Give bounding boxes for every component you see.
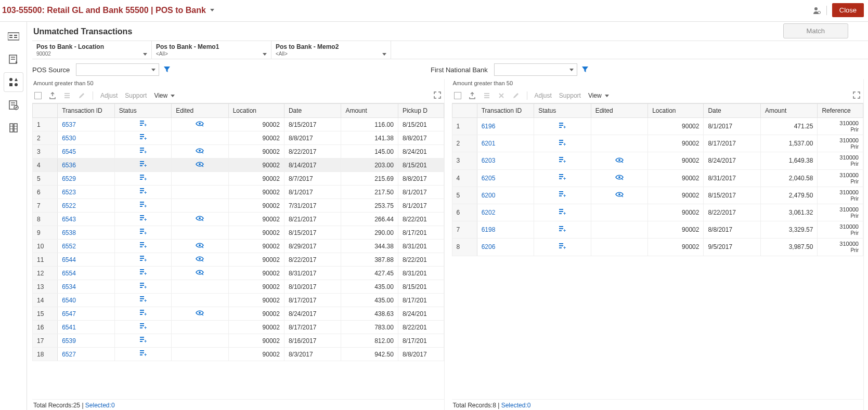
close-button[interactable]: Close [832, 3, 864, 17]
status-cell[interactable]: + [114, 226, 171, 240]
export-icon[interactable] [49, 92, 56, 99]
table-row[interactable]: 76198+900028/8/20173,329.57310000Prir [452, 221, 863, 239]
status-cell[interactable]: + [534, 187, 591, 204]
chevron-down-icon[interactable] [210, 9, 214, 11]
transaction-id-link[interactable]: 6206 [477, 239, 534, 256]
left-grid[interactable]: Transaction IDStatusEditedLocationDateAm… [32, 103, 444, 392]
table-row[interactable]: 96538+900028/15/2017290.008/17/201 [33, 226, 444, 240]
chevron-down-icon[interactable] [263, 53, 267, 56]
status-cell[interactable]: + [114, 267, 171, 280]
status-cell[interactable]: + [534, 239, 591, 256]
col-header[interactable]: Amount [760, 104, 817, 118]
rail-icon-1[interactable] [4, 27, 23, 46]
transaction-id-link[interactable]: 6544 [58, 253, 114, 267]
transaction-id-link[interactable]: 6552 [58, 240, 114, 253]
table-row[interactable]: 156547+900028/24/2017438.638/24/201 [33, 307, 444, 321]
transaction-id-link[interactable]: 6538 [58, 226, 114, 240]
expand-icon[interactable] [434, 91, 441, 99]
status-cell[interactable]: + [114, 118, 171, 131]
transaction-id-link[interactable]: 6196 [477, 118, 534, 135]
status-cell[interactable]: + [114, 307, 171, 321]
status-cell[interactable]: + [534, 204, 591, 221]
col-header[interactable]: Edited [172, 104, 228, 118]
transaction-id-link[interactable]: 6537 [58, 118, 114, 131]
view-menu[interactable]: View [588, 92, 609, 99]
transaction-id-link[interactable]: 6529 [58, 172, 114, 186]
transaction-id-link[interactable]: 6541 [58, 321, 114, 334]
table-row[interactable]: 136534+900028/10/2017435.008/15/201 [33, 280, 444, 294]
pos-source-select[interactable] [76, 63, 159, 76]
status-cell[interactable]: + [114, 280, 171, 294]
col-header[interactable]: Pickup D [398, 104, 444, 118]
col-header[interactable]: Location [228, 104, 284, 118]
bank-source-select[interactable] [494, 63, 577, 76]
table-row[interactable]: 56529+900028/7/2017215.698/8/2017 [33, 172, 444, 186]
select-all-checkbox[interactable] [34, 92, 42, 99]
status-cell[interactable]: + [114, 348, 171, 361]
col-header[interactable]: Amount [341, 104, 398, 118]
transaction-id-link[interactable]: 6523 [58, 186, 114, 199]
col-header[interactable]: Location [648, 104, 704, 118]
table-row[interactable]: 36545+900028/22/2017145.008/24/201 [33, 145, 444, 158]
table-row[interactable]: 176539+900028/16/2017812.008/17/201 [33, 334, 444, 348]
table-row[interactable]: 16196+900028/1/2017471.25310000Prir [452, 118, 863, 135]
right-grid[interactable]: Transaction IDStatusEditedLocationDateAm… [452, 103, 864, 392]
transaction-id-link[interactable]: 6202 [477, 204, 534, 221]
status-cell[interactable]: + [114, 145, 171, 158]
col-header[interactable]: Reference [818, 104, 863, 118]
col-header[interactable]: Transaction ID [477, 104, 534, 118]
table-row[interactable]: 26530+900028/8/2017141.388/8/2017 [33, 131, 444, 145]
table-row[interactable]: 36203+900028/24/20171,649.38310000Prir [452, 152, 863, 169]
col-header[interactable]: Transaction ID [58, 104, 114, 118]
transaction-id-link[interactable]: 6554 [58, 267, 114, 280]
view-menu[interactable]: View [154, 92, 175, 99]
table-row[interactable]: 66202+900028/22/20173,061.32310000Prir [452, 204, 863, 221]
col-header[interactable]: Status [534, 104, 591, 118]
rail-icon-3-active[interactable] [4, 73, 23, 91]
table-row[interactable]: 76522+900027/31/2017253.758/1/2017 [33, 199, 444, 213]
right-hscroll[interactable] [452, 392, 864, 399]
filter-icon[interactable] [581, 66, 589, 73]
page-breadcrumb[interactable]: 103-55500: Retail GL and Bank 55500 | PO… [2, 6, 206, 15]
table-row[interactable]: 16537+900028/15/2017116.008/15/201 [33, 118, 444, 131]
match-button[interactable]: Match [783, 23, 848, 38]
table-row[interactable]: 116544+900028/22/2017387.888/22/201 [33, 253, 444, 267]
status-cell[interactable]: + [114, 240, 171, 253]
status-cell[interactable]: + [114, 334, 171, 348]
status-cell[interactable]: + [114, 172, 171, 186]
filter-memo1[interactable]: Pos to Bank - Memo1 <All> [152, 41, 271, 59]
transaction-id-link[interactable]: 6545 [58, 145, 114, 158]
col-header[interactable]: Edited [591, 104, 647, 118]
transaction-id-link[interactable]: 6201 [477, 135, 534, 152]
adjust-button[interactable]: Adjust [100, 92, 118, 99]
table-row[interactable]: 126554+900028/31/2017427.458/31/201 [33, 267, 444, 280]
transaction-id-link[interactable]: 6203 [477, 152, 534, 169]
transaction-id-link[interactable]: 6543 [58, 213, 114, 226]
transaction-id-link[interactable]: 6522 [58, 199, 114, 213]
transaction-id-link[interactable]: 6539 [58, 334, 114, 348]
support-button[interactable]: Support [125, 92, 147, 99]
status-cell[interactable]: + [114, 213, 171, 226]
status-cell[interactable]: + [114, 294, 171, 307]
col-header[interactable] [452, 104, 477, 118]
table-row[interactable]: 166541+900028/17/2017783.008/22/201 [33, 321, 444, 334]
select-all-checkbox[interactable] [454, 92, 461, 99]
status-cell[interactable]: + [114, 131, 171, 145]
filter-icon[interactable] [163, 66, 171, 73]
chevron-down-icon[interactable] [143, 53, 147, 56]
transaction-id-link[interactable]: 6547 [58, 307, 114, 321]
col-header[interactable]: Date [704, 104, 760, 118]
status-cell[interactable]: + [534, 152, 591, 169]
status-cell[interactable]: + [114, 158, 171, 172]
table-row[interactable]: 46536+900028/14/2017203.008/15/201 [33, 158, 444, 172]
status-cell[interactable]: + [114, 321, 171, 334]
col-header[interactable]: Date [284, 104, 341, 118]
status-cell[interactable]: + [534, 221, 591, 239]
rail-icon-5[interactable] [4, 118, 23, 137]
table-row[interactable]: 86543+900028/21/2017266.448/22/201 [33, 213, 444, 226]
rail-icon-4[interactable] [4, 96, 23, 114]
status-cell[interactable]: + [534, 169, 591, 187]
transaction-id-link[interactable]: 6200 [477, 187, 534, 204]
col-header[interactable]: Status [114, 104, 171, 118]
support-button[interactable]: Support [559, 92, 581, 99]
